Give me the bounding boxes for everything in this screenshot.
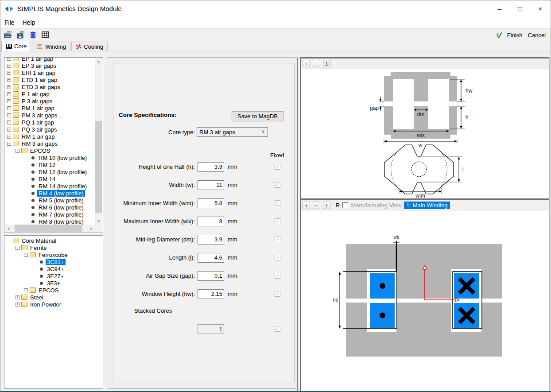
scrollbar-thumb[interactable] bbox=[15, 225, 82, 232]
tree-item[interactable]: EPCOS bbox=[5, 287, 102, 294]
tree-item[interactable]: RM 3 air gaps bbox=[5, 140, 95, 147]
save-to-magdb-button[interactable]: Save to MagDB bbox=[232, 111, 283, 121]
core-type-dropdown[interactable]: RM 3 air gaps ∨ bbox=[197, 127, 268, 137]
expander-icon[interactable] bbox=[24, 253, 28, 257]
tree-item[interactable]: EP 3 air gaps bbox=[5, 62, 95, 69]
tree-item[interactable]: RM 14 (low profile) bbox=[5, 182, 95, 190]
fixed-checkbox[interactable] bbox=[275, 164, 280, 170]
spec-input[interactable] bbox=[198, 162, 224, 172]
fixed-checkbox[interactable] bbox=[275, 218, 280, 224]
horizontal-scrollbar[interactable] bbox=[5, 225, 95, 232]
manufacturing-view-checkbox[interactable] bbox=[342, 202, 348, 208]
tree-item[interactable]: RM 12 bbox=[5, 161, 95, 168]
tree-item[interactable]: RM 7 (low profile) bbox=[5, 211, 95, 218]
table-icon[interactable] bbox=[41, 31, 50, 39]
spec-input[interactable] bbox=[198, 180, 224, 190]
database-icon[interactable] bbox=[29, 31, 37, 39]
winding-selector[interactable]: 1: Main Winding bbox=[404, 202, 450, 209]
vertical-scrollbar[interactable] bbox=[95, 58, 102, 225]
tab-core[interactable]: Core bbox=[1, 41, 31, 51]
stacked-fixed-checkbox[interactable] bbox=[275, 326, 280, 332]
tree-item[interactable]: ETD 3 air gaps bbox=[5, 83, 95, 90]
expander-icon[interactable] bbox=[7, 142, 11, 146]
expander-icon[interactable] bbox=[7, 64, 11, 68]
zoom-reset-button[interactable]: 1 bbox=[323, 202, 330, 209]
tree-item[interactable]: PQ 3 air gaps bbox=[5, 126, 95, 133]
fixed-checkbox[interactable] bbox=[275, 237, 280, 242]
expander-icon[interactable] bbox=[7, 58, 11, 61]
tree-item[interactable]: Core Material bbox=[5, 237, 102, 244]
expander-icon[interactable] bbox=[7, 135, 11, 139]
tree-item[interactable]: EPCOS bbox=[5, 147, 95, 154]
expander-icon[interactable] bbox=[7, 78, 11, 82]
close-button[interactable]: × bbox=[530, 0, 551, 17]
zoom-reset-button[interactable]: 1 bbox=[323, 60, 330, 67]
tree-item[interactable]: ETD 1 air gap bbox=[5, 76, 95, 83]
spec-input[interactable] bbox=[198, 271, 224, 281]
tree-item[interactable]: RM 8 (low profile) bbox=[5, 218, 95, 225]
tree-item[interactable]: P 3 air gaps bbox=[5, 97, 95, 105]
scroll-up-icon[interactable] bbox=[95, 58, 102, 66]
tree-item[interactable]: 3C81+ bbox=[5, 258, 102, 265]
expander-icon[interactable] bbox=[16, 303, 19, 307]
open-design-icon[interactable] bbox=[4, 31, 12, 39]
tree-item[interactable]: Ferrite bbox=[5, 244, 102, 251]
tab-cooling[interactable]: Cooling bbox=[71, 42, 108, 51]
maximize-button[interactable]: □ bbox=[510, 0, 530, 17]
expander-icon[interactable] bbox=[7, 71, 11, 75]
tree-item[interactable]: RM 12 (low profile) bbox=[5, 168, 95, 175]
zoom-out-button[interactable]: − bbox=[313, 202, 320, 209]
expander-icon[interactable] bbox=[16, 149, 19, 153]
expander-icon[interactable] bbox=[7, 99, 11, 103]
fixed-checkbox[interactable] bbox=[275, 182, 280, 188]
fixed-checkbox[interactable] bbox=[275, 273, 280, 279]
tree-item[interactable]: Steel bbox=[5, 294, 102, 301]
tree-item[interactable]: PM 1 air gap bbox=[5, 105, 95, 112]
cancel-button[interactable]: Cancel bbox=[527, 32, 547, 39]
menu-file[interactable]: File bbox=[0, 17, 19, 28]
expander-icon[interactable] bbox=[24, 288, 28, 292]
tree-item[interactable]: RM 1 air gap bbox=[5, 133, 95, 140]
scroll-left-icon[interactable] bbox=[5, 225, 12, 232]
expander-icon[interactable] bbox=[16, 295, 19, 299]
fixed-checkbox[interactable] bbox=[275, 255, 280, 260]
tree-item[interactable]: EP 1 air gap bbox=[5, 58, 95, 62]
spec-input[interactable] bbox=[198, 217, 224, 226]
finish-button[interactable]: Finish bbox=[506, 32, 524, 39]
fixed-checkbox[interactable] bbox=[275, 200, 280, 206]
tree-item[interactable]: 3F3+ bbox=[5, 279, 102, 287]
scroll-right-icon[interactable] bbox=[87, 225, 95, 232]
tree-item[interactable]: PQ 1 air gap bbox=[5, 119, 95, 126]
finish-check-icon[interactable] bbox=[495, 31, 503, 39]
expander-icon[interactable] bbox=[7, 113, 11, 117]
scroll-down-icon[interactable] bbox=[95, 217, 102, 225]
tree-item[interactable]: PM 3 air gaps bbox=[5, 112, 95, 119]
spec-input[interactable] bbox=[198, 235, 224, 245]
tree-item[interactable]: 3E27+ bbox=[5, 272, 102, 279]
tree-item[interactable]: Ferroxcube bbox=[5, 251, 102, 258]
minimize-button[interactable]: – bbox=[489, 0, 510, 17]
zoom-in-button[interactable]: + bbox=[303, 60, 310, 67]
tree-item[interactable]: ERI 1 air gap bbox=[5, 69, 95, 76]
expander-icon[interactable] bbox=[16, 246, 19, 250]
scrollbar-thumb[interactable] bbox=[95, 121, 102, 213]
spec-input[interactable] bbox=[198, 198, 224, 208]
expander-icon[interactable] bbox=[7, 120, 11, 124]
zoom-out-button[interactable]: − bbox=[313, 60, 320, 67]
tree-item[interactable]: 3C94+ bbox=[5, 265, 102, 272]
tree-item[interactable]: RM 6 (low profile) bbox=[5, 204, 95, 211]
expander-icon[interactable] bbox=[7, 128, 11, 132]
tree-item[interactable]: Iron Powder bbox=[5, 301, 102, 308]
spec-input[interactable] bbox=[198, 253, 224, 263]
save-design-icon[interactable] bbox=[16, 31, 25, 39]
zoom-in-button[interactable]: + bbox=[303, 202, 310, 209]
expander-icon[interactable] bbox=[7, 92, 11, 96]
fixed-checkbox[interactable] bbox=[275, 291, 280, 297]
expander-icon[interactable] bbox=[7, 106, 11, 110]
stacked-cores-input[interactable] bbox=[198, 324, 224, 334]
tree-item[interactable]: RM 14 bbox=[5, 175, 95, 182]
tree-item[interactable]: P 1 air gap bbox=[5, 90, 95, 97]
tree-item[interactable]: RM 5 (low profile) bbox=[5, 197, 95, 204]
tab-winding[interactable]: Winding bbox=[32, 42, 70, 51]
tree-item[interactable]: RM 10 (low profile) bbox=[5, 154, 95, 161]
